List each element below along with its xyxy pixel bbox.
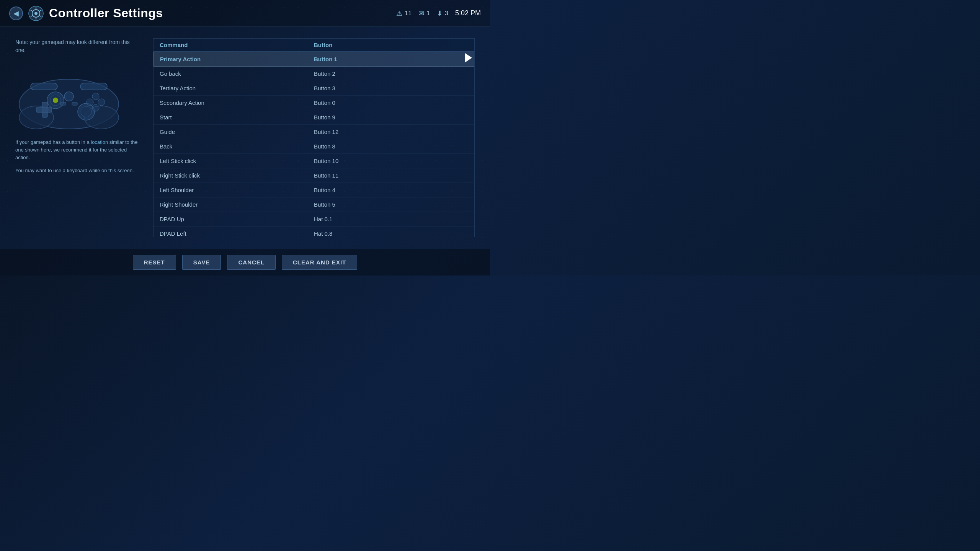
command-name: Go back (160, 70, 314, 77)
table-row[interactable]: DPAD LeftHat 0.8 (154, 227, 474, 236)
command-name: DPAD Up (160, 216, 314, 222)
svg-point-2 (34, 12, 38, 15)
command-name: Guide (160, 129, 314, 135)
svg-point-21 (98, 99, 105, 106)
controller-illustration (15, 62, 122, 131)
command-name: Left Stick click (160, 158, 314, 164)
svg-point-20 (92, 93, 99, 100)
svg-rect-13 (80, 83, 107, 90)
svg-rect-25 (72, 102, 77, 105)
table-row[interactable]: BackButton 8 (154, 139, 474, 154)
svg-point-23 (87, 99, 93, 106)
svg-point-19 (81, 106, 91, 117)
command-name: Start (160, 114, 314, 121)
page-title: Controller Settings (49, 6, 163, 20)
svg-rect-24 (60, 102, 66, 105)
clock: 5:02 PM (455, 9, 481, 17)
command-name: Right Stick click (160, 172, 314, 179)
save-button[interactable]: SAVE (182, 255, 221, 270)
back-button[interactable]: ◀ (9, 7, 23, 20)
header-left: ◀ Controller Settings (9, 6, 396, 21)
command-name: Back (160, 143, 314, 150)
clear-and-exit-button[interactable]: CLEAR AND EXIT (282, 255, 357, 270)
command-name: DPAD Left (160, 230, 314, 236)
cancel-button[interactable]: CANCEL (227, 255, 276, 270)
footer: RESET SAVE CANCEL CLEAR AND EXIT (0, 249, 490, 276)
notifications-group[interactable]: ⚠ 11 (396, 9, 412, 18)
info-text-2: You may want to use a keyboard while on … (15, 167, 138, 174)
mail-icon: ✉ (418, 9, 424, 18)
download-icon: ⬇ (437, 9, 443, 18)
svg-point-27 (53, 98, 58, 103)
command-col-header: Command (160, 42, 314, 48)
button-name: Button 11 (314, 172, 468, 179)
scroll-cursor (465, 53, 472, 62)
table-body[interactable]: Primary ActionButton 1Go backButton 2Ter… (154, 52, 474, 236)
table-row[interactable]: Right ShoulderButton 5 (154, 197, 474, 212)
right-panel: Command Button Primary ActionButton 1Go … (153, 38, 475, 237)
button-name: Button 8 (314, 143, 468, 150)
messages-group[interactable]: ✉ 1 (418, 9, 430, 18)
table-row[interactable]: Tertiary ActionButton 3 (154, 81, 474, 96)
notifications-count: 11 (405, 10, 412, 17)
steam-logo (28, 6, 44, 21)
svg-point-22 (92, 104, 99, 111)
bindings-table: Command Button Primary ActionButton 1Go … (153, 38, 475, 237)
table-row[interactable]: Right Stick clickButton 11 (154, 168, 474, 183)
command-name: Left Shoulder (160, 187, 314, 193)
button-name: Button 12 (314, 129, 468, 135)
command-name: Right Shoulder (160, 201, 314, 208)
table-row[interactable]: Go backButton 2 (154, 67, 474, 81)
command-name: Secondary Action (160, 99, 314, 106)
button-name: Button 5 (314, 201, 468, 208)
button-name: Button 10 (314, 158, 468, 164)
back-icon: ◀ (13, 9, 19, 18)
downloads-group[interactable]: ⬇ 3 (437, 9, 448, 18)
main-content: Note: your gamepad may look different fr… (0, 27, 490, 249)
button-name: Button 1 (314, 56, 468, 62)
table-row[interactable]: Secondary ActionButton 0 (154, 96, 474, 110)
button-name: Button 4 (314, 187, 468, 193)
button-name: Button 3 (314, 85, 468, 91)
header: ◀ Controller Settings ⚠ 11 ✉ 1 ⬇ 3 5: (0, 0, 490, 27)
command-name: Tertiary Action (160, 85, 314, 91)
reset-button[interactable]: RESET (133, 255, 176, 270)
svg-point-26 (64, 92, 74, 101)
table-row[interactable]: Left Stick clickButton 10 (154, 154, 474, 168)
table-row[interactable]: Primary ActionButton 1 (154, 52, 474, 67)
command-name: Primary Action (160, 56, 314, 62)
button-name: Button 0 (314, 99, 468, 106)
table-row[interactable]: DPAD UpHat 0.1 (154, 212, 474, 227)
button-name: Button 2 (314, 70, 468, 77)
messages-count: 1 (426, 10, 430, 17)
table-header: Command Button (154, 39, 474, 52)
downloads-count: 3 (445, 10, 448, 17)
button-name: Hat 0.1 (314, 216, 468, 222)
button-col-header: Button (314, 42, 468, 48)
header-right: ⚠ 11 ✉ 1 ⬇ 3 5:02 PM (396, 9, 481, 18)
table-row[interactable]: GuideButton 12 (154, 125, 474, 139)
alert-icon: ⚠ (396, 9, 402, 18)
button-name: Hat 0.8 (314, 230, 468, 236)
svg-rect-12 (31, 83, 57, 90)
table-row[interactable]: StartButton 9 (154, 110, 474, 125)
button-name: Button 9 (314, 114, 468, 121)
svg-rect-15 (36, 107, 52, 112)
table-row[interactable]: Left ShoulderButton 4 (154, 183, 474, 197)
note-text: Note: your gamepad may look different fr… (15, 38, 138, 54)
left-panel: Note: your gamepad may look different fr… (15, 38, 138, 237)
info-text-1: If your gamepad has a button in a locati… (15, 139, 138, 161)
